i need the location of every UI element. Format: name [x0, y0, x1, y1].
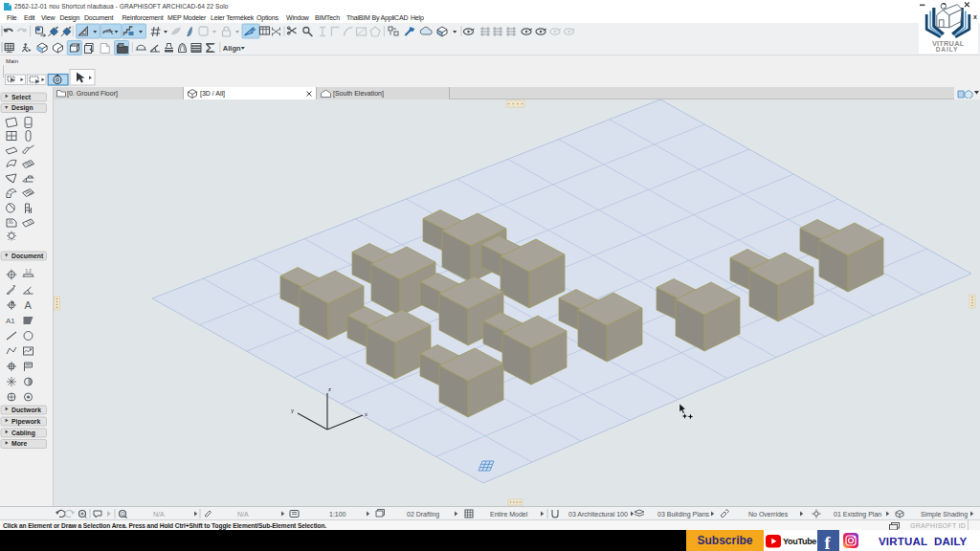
svg-text:DAILY: DAILY [936, 46, 959, 53]
svg-text:More: More [11, 440, 27, 447]
svg-text:Ductwork: Ductwork [11, 407, 41, 413]
svg-text:A: A [25, 299, 33, 311]
svg-text:1:100: 1:100 [329, 511, 346, 518]
svg-text:x: x [365, 411, 368, 417]
svg-text:Entire Model: Entire Model [490, 511, 528, 518]
svg-text:N/A: N/A [153, 511, 165, 518]
svg-text:03 Building Plans: 03 Building Plans [657, 511, 710, 518]
svg-text:Simple Shading: Simple Shading [921, 511, 968, 518]
svg-text:N/A: N/A [237, 511, 249, 518]
svg-text:02 Drafting: 02 Drafting [407, 511, 439, 518]
svg-text:01 Existing Plan: 01 Existing Plan [834, 511, 881, 518]
svg-text:03 Architectural 100: 03 Architectural 100 [568, 511, 628, 518]
svg-text:z: z [328, 386, 331, 392]
svg-text:No Overrides: No Overrides [748, 511, 789, 518]
svg-text:Select: Select [11, 94, 32, 100]
svg-text:Design: Design [11, 104, 33, 112]
svg-text:A1: A1 [6, 317, 15, 325]
svg-text:Q: Q [121, 511, 124, 517]
svg-text:Align: Align [223, 44, 241, 53]
svg-text:Document: Document [11, 253, 44, 259]
svg-text:Cabling: Cabling [11, 430, 35, 437]
svg-text:Pipework: Pipework [11, 418, 40, 426]
svg-text:y: y [291, 408, 294, 413]
svg-text:1.2: 1.2 [26, 269, 33, 274]
